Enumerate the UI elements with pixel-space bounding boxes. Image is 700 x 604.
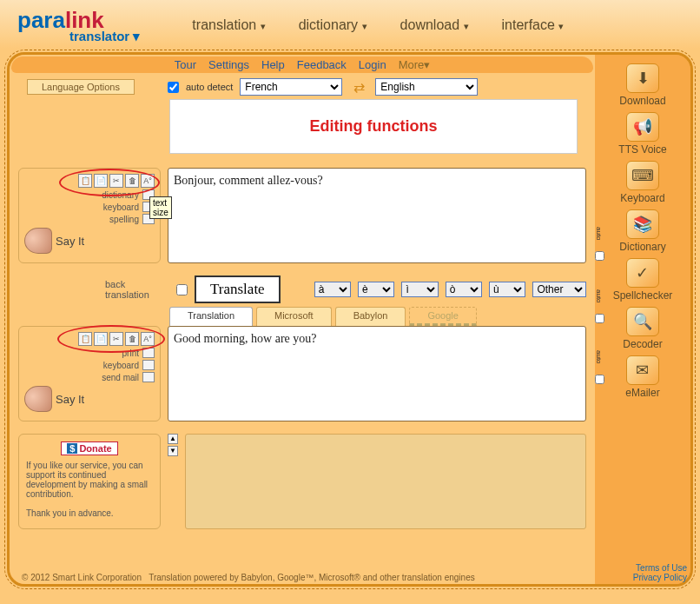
logo-block: paralink translator ▾	[17, 7, 140, 44]
mail-icon[interactable]	[142, 372, 155, 382]
tab-microsoft[interactable]: Microsoft	[256, 307, 332, 326]
sidebar-emailer[interactable]: ✉eMailer	[625, 355, 659, 399]
menu-login[interactable]: Login	[359, 58, 386, 71]
powered-by: Translation powered by Babylon, Google™,…	[149, 573, 475, 582]
auto-label: auto	[595, 289, 603, 303]
menu-help[interactable]: Help	[261, 58, 285, 71]
menu-tour[interactable]: Tour	[175, 58, 196, 71]
history-up-icon[interactable]: ▲	[168, 434, 178, 444]
source-textarea[interactable]: Bonjour, comment allez-vous?	[168, 168, 586, 263]
donate-body: If you like our service, you can support…	[26, 461, 153, 499]
chevron-down-icon: ▾	[558, 21, 564, 31]
tab-translation[interactable]: Translation	[169, 307, 253, 326]
tab-google[interactable]: Google	[409, 307, 476, 326]
back-translation-checkbox[interactable]	[176, 284, 188, 295]
privacy-link[interactable]: Privacy Policy	[633, 573, 687, 582]
logo-para: para	[17, 7, 65, 33]
swap-languages-icon[interactable]: ⇄	[349, 79, 368, 95]
donate-row: $Donate If you like our service, you can…	[18, 434, 586, 529]
cut-icon[interactable]: ✂	[109, 174, 123, 188]
history-down-icon[interactable]: ▼	[168, 446, 178, 456]
logo-sub: translator ▾	[69, 29, 140, 44]
left-column: Tour Settings Help Feedback Login More▾ …	[10, 55, 595, 584]
back-translation-label: back translation	[105, 279, 169, 300]
menu-more[interactable]: More▾	[399, 58, 431, 71]
footer: © 2012 Smart Link Corporation Translatio…	[22, 573, 583, 582]
menu-feedback[interactable]: Feedback	[297, 58, 347, 71]
accent-u-select[interactable]: ù	[489, 282, 525, 297]
result-tabs: Translation Microsoft Babylon Google	[169, 307, 586, 326]
sayit-target[interactable]: Say It	[24, 386, 155, 412]
textsize-icon[interactable]: A°	[141, 174, 155, 188]
menu-settings[interactable]: Settings	[208, 58, 249, 71]
topnav-dictionary[interactable]: dictionary ▾	[299, 17, 367, 33]
keyboard-row: keyboard	[24, 202, 155, 212]
annotation-box: Editing functions	[169, 99, 578, 154]
target-toolbar: 📋 📄 ✂ 🗑 A°	[24, 332, 155, 346]
language-row: Language Options auto detect French ⇄ En…	[18, 78, 586, 96]
source-toolbar: 📋 📄 ✂ 🗑 A°	[24, 174, 155, 188]
paste-icon[interactable]: 📄	[94, 332, 108, 346]
keyboard-icon: ⌨	[626, 161, 659, 190]
sayit-source[interactable]: Say It	[24, 228, 155, 254]
topnav-interface[interactable]: interface ▾	[502, 17, 565, 33]
donate-thanks: Thank you in advance.	[26, 508, 153, 518]
sidebar-decoder[interactable]: 🔍Decoder	[623, 307, 662, 350]
translate-button[interactable]: Translate	[195, 275, 281, 303]
accent-other-select[interactable]: Other	[532, 282, 586, 297]
autodetect-label: auto detect	[186, 82, 233, 92]
sidebar-download[interactable]: ⬇Download	[619, 63, 665, 107]
auto-label: auto	[595, 227, 603, 241]
sidebar-spellchecker[interactable]: ✓Spellchecker	[613, 258, 673, 302]
copy-icon[interactable]: 📋	[78, 332, 92, 346]
paste-icon[interactable]: 📄	[94, 174, 108, 188]
source-panel-row: 📋 📄 ✂ 🗑 A° text size dictionary keyboard…	[18, 168, 586, 263]
target-tools-panel: 📋 📄 ✂ 🗑 A° print keyboard send mail Say …	[18, 326, 161, 421]
target-textarea[interactable]: Good morning, how are you?	[168, 326, 586, 421]
history-arrows: ▲ ▼	[168, 434, 178, 529]
megaphone-icon	[24, 228, 52, 254]
mail-icon: ✉	[626, 355, 659, 385]
main-container: Tour Settings Help Feedback Login More▾ …	[7, 52, 693, 587]
spellchecker-auto-checkbox[interactable]	[595, 375, 604, 384]
print-icon[interactable]	[142, 348, 155, 358]
auto-label: auto	[595, 350, 603, 364]
clear-icon[interactable]: 🗑	[125, 174, 139, 188]
copy-icon[interactable]: 📋	[78, 174, 92, 188]
sidebar-dictionary[interactable]: 📚Dictionary	[619, 209, 665, 253]
donate-button[interactable]: $Donate	[61, 441, 117, 455]
tooltip-textsize: text size	[149, 196, 172, 219]
target-language-select[interactable]: English	[375, 78, 478, 96]
topnav-translation[interactable]: translation ▾	[192, 17, 265, 33]
topnav-download[interactable]: download ▾	[400, 17, 469, 33]
download-icon: ⬇	[626, 63, 659, 93]
right-sidebar: ⬇Download 📢TTS Voice ⌨Keyboard auto 📚Dic…	[595, 55, 690, 584]
spellcheck-icon: ✓	[626, 258, 659, 288]
sidebar-tts[interactable]: 📢TTS Voice	[618, 112, 666, 156]
terms-link[interactable]: Terms of Use	[633, 563, 687, 573]
clear-icon[interactable]: 🗑	[125, 332, 139, 346]
sidebar-keyboard[interactable]: ⌨Keyboard	[620, 161, 664, 204]
chevron-down-icon[interactable]: ▾	[133, 29, 140, 43]
copyright: © 2012 Smart Link Corporation	[22, 573, 142, 582]
cut-icon[interactable]: ✂	[109, 332, 123, 346]
keyboard-auto-checkbox[interactable]	[595, 251, 604, 261]
sayit-label: Say It	[56, 235, 84, 248]
accent-e-select[interactable]: è	[358, 282, 394, 297]
top-header: paralink translator ▾ translation ▾ dict…	[0, 0, 700, 49]
sayit-label: Say It	[56, 393, 84, 406]
tab-babylon[interactable]: Babylon	[335, 307, 406, 326]
chevron-down-icon: ▾	[464, 21, 469, 31]
textsize-icon[interactable]: A°	[141, 332, 155, 346]
accent-a-select[interactable]: à	[314, 282, 351, 297]
autodetect-checkbox[interactable]	[168, 82, 179, 93]
source-tools-panel: 📋 📄 ✂ 🗑 A° text size dictionary keyboard…	[18, 168, 161, 263]
keyboard-icon[interactable]	[142, 360, 155, 370]
tts-icon: 📢	[626, 112, 659, 142]
dictionary-auto-checkbox[interactable]	[595, 314, 604, 323]
accent-i-select[interactable]: ì	[401, 282, 438, 297]
accent-o-select[interactable]: ò	[446, 282, 482, 297]
language-options-button[interactable]: Language Options	[27, 79, 135, 95]
source-language-select[interactable]: French	[240, 78, 342, 96]
history-box	[185, 434, 586, 529]
